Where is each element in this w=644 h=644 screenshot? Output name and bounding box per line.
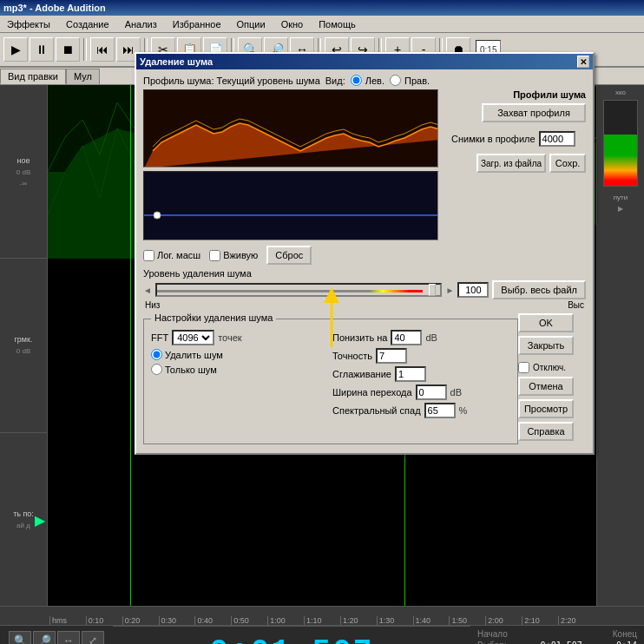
noise-level-slider[interactable] <box>155 283 443 297</box>
spectral-input[interactable] <box>424 403 456 418</box>
disconnect-label: Отключ. <box>533 363 566 372</box>
dialog-close-button[interactable]: ✕ <box>577 56 589 68</box>
bottom-section: Настройки удаления шума FFT 4096 2048 81… <box>143 313 586 448</box>
reduce-db-label: Понизить на <box>332 332 387 343</box>
only-noise-label[interactable]: Только шум <box>151 364 329 375</box>
file-btns-row: Загр. из файла Сохр. <box>451 154 586 174</box>
radio-left-label[interactable]: Лев. <box>351 75 384 86</box>
profile-label: Профиль шума: Текущий уровень шума <box>143 76 320 86</box>
capture-profile-btn[interactable]: Захват профиля <box>482 103 586 122</box>
live-label[interactable]: Вживую <box>209 250 258 261</box>
noise-profile-waveform <box>143 89 438 168</box>
noise-level-value[interactable]: 100 <box>457 282 489 298</box>
smoothing-input[interactable] <box>395 366 426 382</box>
live-text: Вживую <box>223 250 258 260</box>
dialog-titlebar: Удаление шума ✕ <box>136 54 593 69</box>
accuracy-input[interactable] <box>376 348 407 364</box>
transition-row: Ширина перехода dB <box>332 384 510 400</box>
snapshots-row: Снимки в профиле <box>451 131 586 147</box>
snapshots-label: Снимки в профиле <box>451 134 536 144</box>
profiles-title: Профили шума <box>451 89 586 100</box>
log-scale-label[interactable]: Лог. масш <box>143 250 200 261</box>
fft-unit: точек <box>218 332 241 343</box>
log-scale-check[interactable] <box>143 250 154 261</box>
slider-right-arrow[interactable]: ► <box>445 286 454 295</box>
settings-grid: FFT 4096 2048 8192 точек <box>151 330 510 418</box>
noise-level-section: Уровень удаления шума ◄ ► 100 Выбр. весь… <box>143 268 586 310</box>
transition-input[interactable] <box>416 384 447 400</box>
spectral-unit: % <box>459 405 468 416</box>
remove-noise-text: Удалить шум <box>165 350 223 360</box>
ok-btn[interactable]: OK <box>518 313 574 332</box>
slider-thumb[interactable] <box>429 284 436 296</box>
mode-radios: Удалить шум Только шум <box>151 349 329 375</box>
radio-left-text: Лев. <box>365 76 384 86</box>
slider-left-arrow[interactable]: ◄ <box>143 286 152 295</box>
action-buttons: OK Закрыть Отключ. Отмена Просмотр Справ… <box>518 313 579 441</box>
only-noise-text: Только шум <box>165 365 217 375</box>
spectral-row: Спектральный спад % <box>332 403 510 418</box>
options-row: Лог. масш Вживую Сброс <box>143 246 586 265</box>
smoothing-row: Сглаживание <box>332 366 510 382</box>
snapshots-input[interactable] <box>539 131 575 147</box>
log-scale-text: Лог. масш <box>157 250 200 260</box>
svg-point-10 <box>154 212 161 219</box>
fft-label: FFT <box>151 332 168 343</box>
save-btn[interactable]: Сохр. <box>549 154 586 173</box>
only-noise-radio[interactable] <box>151 364 162 375</box>
profile-row: Профиль шума: Текущий уровень шума Вид: … <box>143 75 586 86</box>
reduce-db-input[interactable] <box>391 330 422 345</box>
remove-noise-radio[interactable] <box>151 349 162 360</box>
dialog-title: Удаление шума <box>140 56 213 67</box>
svg-rect-8 <box>144 172 437 240</box>
disconnect-row: Отключ. <box>518 362 579 373</box>
noise-reduction-waveform: Больше Меньше ← <box>143 171 438 240</box>
smoothing-label: Сглаживание <box>332 369 391 379</box>
main-content-row: Больше Меньше ← Профили шума Захват проф… <box>143 89 586 240</box>
waveform-column: Больше Меньше ← <box>143 89 444 240</box>
radio-right-label[interactable]: Прав. <box>390 75 430 86</box>
preview-btn[interactable]: Просмотр <box>518 399 574 418</box>
profiles-panel: Профили шума Захват профиля Снимки в про… <box>451 89 586 240</box>
level-min-label: Низ <box>145 300 160 310</box>
close-btn[interactable]: Закрыть <box>518 336 574 355</box>
accuracy-label: Точность <box>332 351 372 361</box>
load-file-btn[interactable]: Загр. из файла <box>476 154 546 173</box>
help-btn[interactable]: Справка <box>518 422 574 441</box>
cancel-btn[interactable]: Отмена <box>518 377 574 396</box>
fft-row: FFT 4096 2048 8192 точек <box>151 330 329 345</box>
transition-label: Ширина перехода <box>332 387 412 398</box>
accuracy-row: Точность <box>332 348 510 364</box>
dialog-body: Профиль шума: Текущий уровень шума Вид: … <box>136 69 593 453</box>
noise-level-label: Уровень удаления шума <box>143 268 586 279</box>
settings-right-col: Понизить на dB Точность Сгла <box>332 330 510 418</box>
fft-select[interactable]: 4096 2048 8192 <box>172 330 214 345</box>
noise-removal-settings: Настройки удаления шума FFT 4096 2048 81… <box>143 319 518 444</box>
transition-unit: dB <box>450 387 462 398</box>
noise-removal-dialog: Удаление шума ✕ Профиль шума: Текущий ур… <box>135 52 595 455</box>
disconnect-check[interactable] <box>518 362 529 373</box>
remove-noise-label[interactable]: Удалить шум <box>151 349 329 360</box>
slider-row: ◄ ► 100 Выбр. весь файл <box>143 280 586 299</box>
whole-file-btn[interactable]: Выбр. весь файл <box>492 280 586 299</box>
reduce-db-unit: dB <box>425 332 437 343</box>
radio-right-text: Прав. <box>404 76 430 86</box>
view-label-dialog: Вид: <box>325 76 345 86</box>
live-check[interactable] <box>209 250 220 261</box>
radio-right[interactable] <box>390 75 401 86</box>
reset-btn[interactable]: Сброс <box>266 246 312 265</box>
reduce-db-row: Понизить на dB <box>332 330 510 345</box>
radio-left[interactable] <box>351 75 362 86</box>
level-labels: Низ Выс <box>143 300 586 310</box>
spectral-label: Спектральный спад <box>332 405 421 416</box>
level-max-label: Выс <box>568 300 584 310</box>
settings-title: Настройки удаления шума <box>151 312 276 323</box>
settings-left-col: FFT 4096 2048 8192 точек <box>151 330 329 418</box>
dialog-overlay: Удаление шума ✕ Профиль шума: Текущий ур… <box>0 0 644 644</box>
